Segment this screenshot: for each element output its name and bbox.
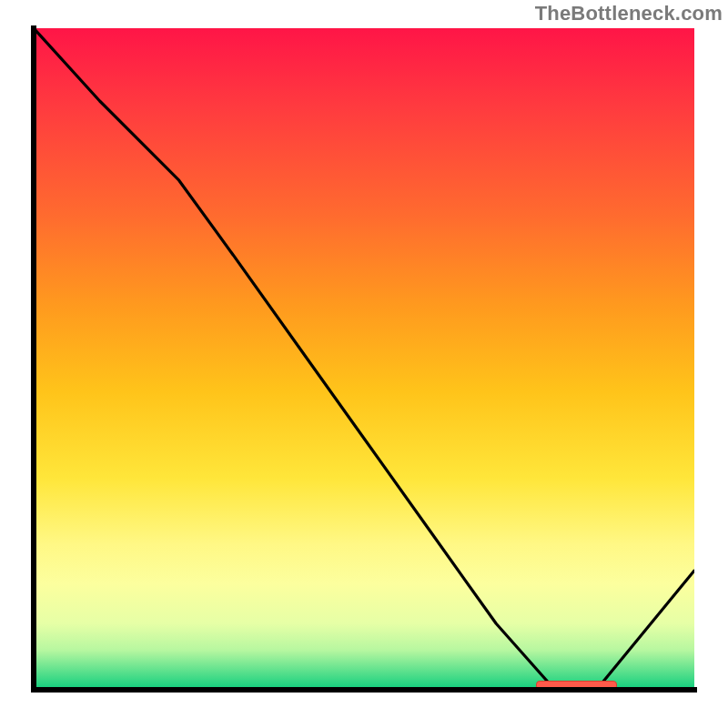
watermark-text: TheBottleneck.com bbox=[535, 2, 723, 25]
chart-container: TheBottleneck.com bbox=[0, 0, 728, 728]
data-line bbox=[34, 28, 694, 690]
plot-area bbox=[34, 28, 694, 690]
highlight-marker bbox=[536, 681, 617, 690]
curve-path bbox=[34, 28, 694, 686]
